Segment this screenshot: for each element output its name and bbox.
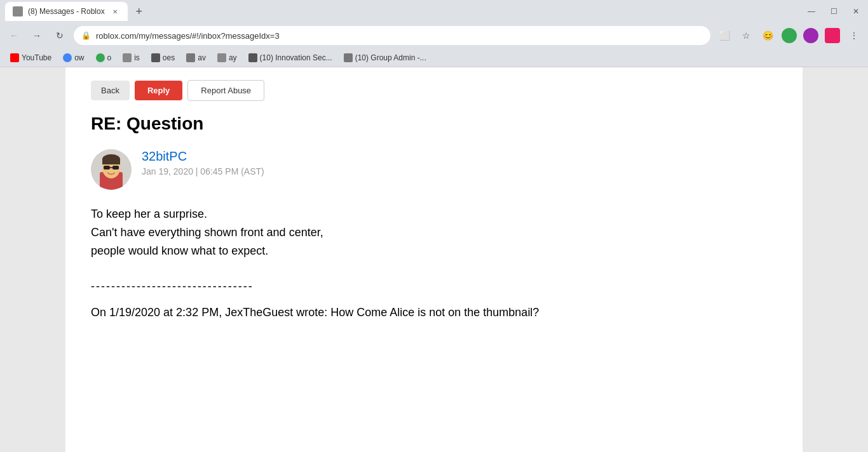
forward-button[interactable]: → xyxy=(28,27,46,44)
menu-button[interactable]: ⋮ xyxy=(845,27,863,44)
bookmark-group-admin-label: (10) Group Admin -... xyxy=(355,53,426,62)
maximize-button[interactable]: ☐ xyxy=(827,6,841,17)
message-title: RE: Question xyxy=(91,114,777,134)
bookmark-is-label: is xyxy=(134,53,140,62)
quoted-message: On 1/19/2020 at 2:32 PM, JexTheGuest wro… xyxy=(91,303,777,322)
bookmark-ow-label: ow xyxy=(74,53,84,62)
bookmark-group-admin[interactable]: (10) Group Admin -... xyxy=(339,51,431,64)
emoji-icon[interactable]: 😊 xyxy=(759,27,776,44)
report-abuse-button[interactable]: Report Abuse xyxy=(187,80,264,101)
bookmark-innovation[interactable]: (10) Innovation Sec... xyxy=(243,51,337,64)
sender-info: 32bitPC Jan 19, 2020 | 06:45 PM (AST) xyxy=(91,149,777,190)
av-favicon xyxy=(186,53,195,62)
svg-rect-5 xyxy=(104,166,110,170)
address-bar[interactable]: 🔒 roblox.com/my/messages/#!/inbox?messag… xyxy=(74,26,710,45)
refresh-button[interactable]: ↻ xyxy=(51,27,69,44)
profile-green-icon[interactable] xyxy=(780,27,798,44)
cast-icon[interactable]: ⬜ xyxy=(715,27,733,44)
bookmark-ay[interactable]: ay xyxy=(212,51,242,64)
bookmark-youtube[interactable]: YouTube xyxy=(5,51,57,64)
back-button[interactable]: ← xyxy=(5,27,23,44)
ow-favicon xyxy=(63,53,72,62)
body-line-1: To keep her a surprise. xyxy=(91,208,207,220)
bookmark-o-label: o xyxy=(107,53,112,62)
bookmark-o[interactable]: o xyxy=(91,51,117,64)
bookmark-oes[interactable]: oes xyxy=(146,51,180,64)
close-button[interactable]: ✕ xyxy=(849,6,863,17)
sender-avatar xyxy=(91,149,132,190)
reply-button[interactable]: Reply xyxy=(135,81,182,100)
body-line-3: people would know what to expect. xyxy=(91,244,268,257)
bookmark-ay-label: ay xyxy=(229,53,237,62)
innovation-favicon xyxy=(248,53,257,62)
tab-favicon xyxy=(13,6,23,17)
sender-details: 32bitPC Jan 19, 2020 | 06:45 PM (AST) xyxy=(142,149,264,176)
message-container: Back Reply Report Abuse RE: Question xyxy=(65,67,803,452)
title-bar: (8) Messages - Roblox ✕ + — ☐ ✕ xyxy=(0,0,868,23)
is-favicon xyxy=(123,53,132,62)
bookmark-av[interactable]: av xyxy=(181,51,211,64)
avatar-svg xyxy=(91,149,132,190)
bookmark-youtube-label: YouTube xyxy=(22,53,51,62)
svg-rect-6 xyxy=(112,166,119,170)
tab-title: (8) Messages - Roblox xyxy=(28,7,105,16)
message-divider: -------------------------------- xyxy=(91,280,777,293)
page-content: Back Reply Report Abuse RE: Question xyxy=(0,67,868,452)
extensions-icon xyxy=(825,28,840,43)
bookmark-oes-label: oes xyxy=(163,53,175,62)
profile-avatar-purple xyxy=(803,28,818,43)
tabs-area: (8) Messages - Roblox ✕ + xyxy=(5,2,148,21)
minimize-button[interactable]: — xyxy=(804,6,819,17)
send-date: Jan 19, 2020 | 06:45 PM (AST) xyxy=(142,166,264,176)
tab-close-button[interactable]: ✕ xyxy=(110,6,120,17)
action-buttons: Back Reply Report Abuse xyxy=(91,80,777,101)
group-admin-favicon xyxy=(344,53,353,62)
url-text: roblox.com/my/messages/#!/inbox?messageI… xyxy=(96,31,703,41)
youtube-favicon xyxy=(10,53,19,62)
body-line-2: Can't have everything shown front and ce… xyxy=(91,226,323,239)
bookmarks-bar: YouTube ow o is oes av ay (10) Innovatio… xyxy=(0,48,868,67)
profile-purple-icon[interactable] xyxy=(802,27,820,44)
ay-favicon xyxy=(217,53,226,62)
lock-icon: 🔒 xyxy=(81,31,91,40)
bookmark-icon[interactable]: ☆ xyxy=(737,27,755,44)
active-tab[interactable]: (8) Messages - Roblox ✕ xyxy=(5,2,128,21)
svg-rect-4 xyxy=(102,159,120,164)
o-favicon xyxy=(96,53,105,62)
bookmark-is[interactable]: is xyxy=(118,51,145,64)
sender-name[interactable]: 32bitPC xyxy=(142,149,264,164)
extensions-button[interactable] xyxy=(824,27,841,44)
bookmark-innovation-label: (10) Innovation Sec... xyxy=(260,53,332,62)
profile-avatar-green xyxy=(782,28,797,43)
back-to-inbox-button[interactable]: Back xyxy=(91,81,130,100)
navigation-bar: ← → ↻ 🔒 roblox.com/my/messages/#!/inbox?… xyxy=(0,23,868,48)
bookmark-ow[interactable]: ow xyxy=(58,51,89,64)
new-tab-button[interactable]: + xyxy=(130,3,148,20)
bookmark-av-label: av xyxy=(198,53,206,62)
oes-favicon xyxy=(151,53,160,62)
message-body: To keep her a surprise. Can't have every… xyxy=(91,205,777,260)
window-controls: — ☐ ✕ xyxy=(804,6,863,17)
browser-icons: ⬜ ☆ 😊 ⋮ xyxy=(715,27,863,44)
